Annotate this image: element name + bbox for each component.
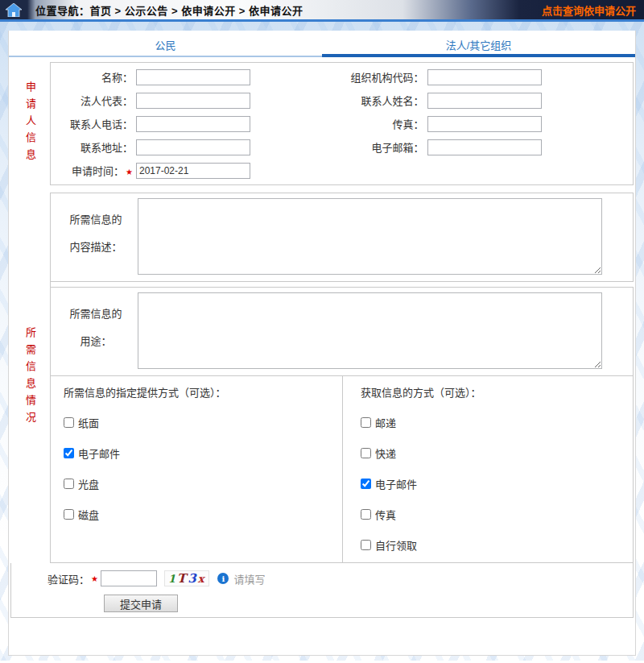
fax-input[interactable] bbox=[427, 116, 542, 132]
org-code-input[interactable] bbox=[427, 69, 542, 85]
obtain-methods-title: 获取信息的方式（可选）： bbox=[361, 384, 633, 400]
name-input[interactable] bbox=[136, 69, 250, 85]
provide-methods-title: 所需信息的指定提供方式（可选）： bbox=[64, 384, 342, 400]
captcha-image[interactable]: 1 T 3 x bbox=[164, 570, 209, 586]
query-disclosure-link[interactable]: 点击查询依申请公开 bbox=[542, 2, 636, 18]
applicant-type-tabs: 公民 法人/其它组织 bbox=[9, 33, 635, 57]
provide-paper-checkbox[interactable] bbox=[64, 417, 74, 428]
obtain-email-label: 电子邮件 bbox=[375, 476, 417, 491]
obtain-fax-checkbox[interactable] bbox=[361, 509, 371, 520]
applicant-section-label: 申请人信息 bbox=[10, 62, 51, 185]
contact-address-label: 联系地址： bbox=[51, 139, 133, 155]
contact-name-input[interactable] bbox=[427, 93, 542, 109]
fax-label: 传真： bbox=[342, 116, 424, 131]
obtain-fax-label: 传真 bbox=[375, 507, 396, 522]
apply-date-input[interactable] bbox=[136, 163, 250, 179]
form-row: 名称： 组织机构代码： bbox=[51, 65, 633, 89]
requested-info-section: 所需信息情况 所需信息的 内容描述： 所需信息的 用途 bbox=[10, 193, 634, 563]
obtain-option-post[interactable]: 邮递 bbox=[361, 415, 633, 430]
obtain-option-self-pickup[interactable]: 自行领取 bbox=[361, 537, 633, 553]
provide-cd-checkbox[interactable] bbox=[64, 479, 74, 489]
obtain-option-email[interactable]: 电子邮件 bbox=[361, 476, 633, 491]
captcha-row: 验证码： ★ 1 T 3 x i 请填写 提交申请 bbox=[10, 563, 634, 618]
info-section-label-text: 所需信息情况 bbox=[23, 327, 38, 429]
methods-box: 所需信息的指定提供方式（可选）： 纸面 电子邮件 光 bbox=[51, 376, 634, 563]
info-icon: i bbox=[217, 573, 229, 584]
captcha-char: 3 bbox=[188, 571, 197, 586]
applicant-section-label-text: 申请人信息 bbox=[23, 81, 38, 166]
email-label: 电子邮箱： bbox=[342, 139, 424, 155]
obtain-email-checkbox[interactable] bbox=[361, 479, 371, 489]
content-desc-label-line2: 内容描述： bbox=[54, 234, 138, 261]
provide-email-label: 电子邮件 bbox=[78, 445, 120, 461]
home-icon-svg bbox=[6, 3, 22, 17]
section-gap bbox=[10, 185, 634, 193]
form-row: 联系人电话： 传真： bbox=[51, 112, 633, 135]
contact-address-input[interactable] bbox=[136, 139, 250, 155]
applicant-info-section: 申请人信息 名称： 组织机构代码： 法人代表： 联系人姓名： 联系人电话： 传真… bbox=[10, 62, 634, 185]
obtain-self-pickup-checkbox[interactable] bbox=[361, 540, 371, 550]
contact-phone-label: 联系人电话： bbox=[51, 116, 133, 131]
org-code-label: 组织机构代码： bbox=[342, 69, 424, 85]
requested-info-body: 所需信息的 内容描述： 所需信息的 用途： bbox=[51, 193, 634, 563]
provide-methods-group: 所需信息的指定提供方式（可选）： 纸面 电子邮件 光 bbox=[51, 376, 343, 562]
obtain-self-pickup-label: 自行领取 bbox=[375, 537, 417, 553]
obtain-post-checkbox[interactable] bbox=[361, 417, 371, 428]
obtain-option-fax[interactable]: 传真 bbox=[361, 507, 633, 522]
captcha-required-star: ★ bbox=[91, 574, 98, 583]
tab-citizen[interactable]: 公民 bbox=[9, 33, 322, 57]
home-icon[interactable] bbox=[0, 3, 27, 17]
legal-rep-input[interactable] bbox=[136, 93, 250, 109]
provide-disk-label: 磁盘 bbox=[78, 507, 99, 522]
form-row: 法人代表： 联系人姓名： bbox=[51, 89, 633, 112]
apply-date-label-text: 申请时间： bbox=[72, 165, 124, 177]
captcha-char: x bbox=[198, 573, 206, 585]
page-background: 公民 法人/其它组织 申请人信息 名称： 组织机构代码： 法人代表： 联系人姓名… bbox=[0, 22, 644, 661]
top-nav-bar: 位置导航：首页 > 公示公告 > 依申请公开 > 依申请公开 点击查询依申请公开 bbox=[0, 0, 644, 22]
name-label: 名称： bbox=[51, 69, 133, 85]
legal-rep-label: 法人代表： bbox=[51, 93, 133, 108]
tab-legal-person[interactable]: 法人/其它组织 bbox=[322, 33, 635, 57]
content-desc-box: 所需信息的 内容描述： bbox=[51, 193, 634, 282]
required-star: ★ bbox=[126, 168, 133, 176]
apply-date-label: 申请时间：★ bbox=[51, 163, 133, 178]
captcha-input[interactable] bbox=[101, 570, 157, 586]
usage-textarea[interactable] bbox=[138, 292, 602, 369]
obtain-post-label: 邮递 bbox=[375, 415, 396, 430]
provide-option-paper[interactable]: 纸面 bbox=[64, 415, 342, 430]
form-row: 联系地址： 电子邮箱： bbox=[51, 135, 633, 159]
captcha-char: T bbox=[177, 571, 188, 586]
email-input[interactable] bbox=[427, 139, 542, 155]
breadcrumb: 位置导航：首页 > 公示公告 > 依申请公开 > 依申请公开 bbox=[35, 2, 303, 18]
application-form: 申请人信息 名称： 组织机构代码： 法人代表： 联系人姓名： 联系人电话： 传真… bbox=[10, 62, 634, 618]
provide-option-cd[interactable]: 光盘 bbox=[64, 476, 342, 491]
captcha-char: 1 bbox=[168, 573, 177, 585]
provide-paper-label: 纸面 bbox=[78, 415, 99, 430]
content-desc-label-line1: 所需信息的 bbox=[54, 206, 138, 234]
content-desc-textarea[interactable] bbox=[138, 198, 602, 275]
obtain-methods-group: 获取信息的方式（可选）： 邮递 快递 电子邮件 bbox=[343, 376, 633, 562]
usage-label-line1: 所需信息的 bbox=[54, 300, 138, 328]
usage-label: 所需信息的 用途： bbox=[54, 292, 138, 369]
captcha-hint: 请填写 bbox=[233, 571, 265, 586]
captcha-line: 验证码： ★ 1 T 3 x i 请填写 bbox=[47, 570, 633, 586]
usage-label-line2: 用途： bbox=[54, 328, 138, 355]
content-desc-label: 所需信息的 内容描述： bbox=[54, 198, 138, 275]
provide-option-disk[interactable]: 磁盘 bbox=[64, 507, 342, 522]
captcha-label: 验证码： bbox=[47, 571, 89, 586]
main-panel: 公民 法人/其它组织 申请人信息 名称： 组织机构代码： 法人代表： 联系人姓名… bbox=[8, 31, 636, 656]
submit-button[interactable]: 提交申请 bbox=[104, 595, 178, 612]
contact-name-label: 联系人姓名： bbox=[342, 93, 424, 108]
obtain-express-checkbox[interactable] bbox=[361, 448, 371, 458]
provide-option-email[interactable]: 电子邮件 bbox=[64, 445, 342, 461]
obtain-express-label: 快递 bbox=[375, 445, 396, 461]
obtain-option-express[interactable]: 快递 bbox=[361, 445, 633, 461]
provide-email-checkbox[interactable] bbox=[64, 448, 74, 458]
applicant-fields: 名称： 组织机构代码： 法人代表： 联系人姓名： 联系人电话： 传真： 联系地址… bbox=[51, 62, 634, 185]
usage-box: 所需信息的 用途： bbox=[51, 287, 634, 376]
info-section-label: 所需信息情况 bbox=[10, 193, 51, 563]
provide-disk-checkbox[interactable] bbox=[64, 509, 74, 520]
contact-phone-input[interactable] bbox=[136, 116, 250, 132]
form-row: 申请时间：★ bbox=[51, 159, 633, 182]
provide-cd-label: 光盘 bbox=[78, 476, 99, 491]
